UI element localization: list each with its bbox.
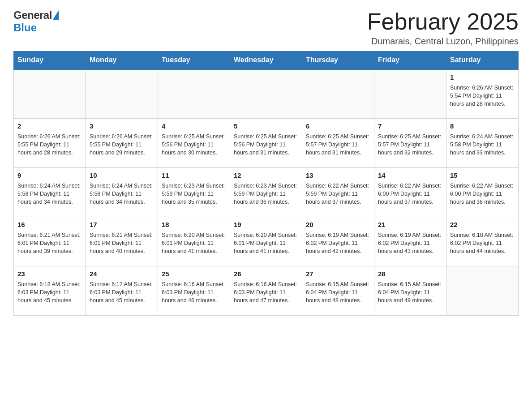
calendar-week-5: 23Sunrise: 6:18 AM Sunset: 6:03 PM Dayli…	[14, 266, 519, 316]
day-number: 25	[162, 269, 226, 279]
logo: General Blue	[13, 9, 59, 34]
calendar-cell: 6Sunrise: 6:25 AM Sunset: 5:57 PM Daylig…	[302, 119, 374, 168]
day-number: 10	[90, 171, 154, 180]
calendar-cell: 13Sunrise: 6:22 AM Sunset: 5:59 PM Dayli…	[302, 168, 374, 217]
logo-triangle-icon	[53, 10, 59, 20]
calendar-title: February 2025	[367, 9, 519, 34]
calendar-cell: 14Sunrise: 6:22 AM Sunset: 6:00 PM Dayli…	[374, 168, 446, 217]
day-info: Sunrise: 6:18 AM Sunset: 6:03 PM Dayligh…	[17, 280, 82, 304]
calendar-cell: 9Sunrise: 6:24 AM Sunset: 5:58 PM Daylig…	[14, 168, 86, 217]
calendar-cell: 17Sunrise: 6:21 AM Sunset: 6:01 PM Dayli…	[86, 217, 158, 266]
header-cell-monday: Monday	[86, 51, 158, 69]
day-info: Sunrise: 6:26 AM Sunset: 5:55 PM Dayligh…	[17, 133, 82, 157]
calendar-cell: 19Sunrise: 6:20 AM Sunset: 6:01 PM Dayli…	[230, 217, 302, 266]
calendar-cell: 20Sunrise: 6:19 AM Sunset: 6:02 PM Dayli…	[302, 217, 374, 266]
day-number: 8	[450, 121, 515, 131]
calendar-cell: 1Sunrise: 6:26 AM Sunset: 5:54 PM Daylig…	[446, 69, 519, 119]
calendar-cell: 10Sunrise: 6:24 AM Sunset: 5:58 PM Dayli…	[86, 168, 158, 217]
day-info: Sunrise: 6:22 AM Sunset: 6:00 PM Dayligh…	[450, 182, 515, 206]
day-number: 16	[17, 220, 82, 230]
calendar-cell: 23Sunrise: 6:18 AM Sunset: 6:03 PM Dayli…	[14, 266, 86, 316]
day-info: Sunrise: 6:24 AM Sunset: 5:58 PM Dayligh…	[17, 182, 82, 206]
day-number: 22	[450, 220, 515, 230]
calendar-week-1: 1Sunrise: 6:26 AM Sunset: 5:54 PM Daylig…	[14, 69, 519, 119]
calendar-week-2: 2Sunrise: 6:26 AM Sunset: 5:55 PM Daylig…	[14, 119, 519, 168]
calendar-cell: 26Sunrise: 6:16 AM Sunset: 6:03 PM Dayli…	[230, 266, 302, 316]
calendar-cell: 25Sunrise: 6:16 AM Sunset: 6:03 PM Dayli…	[158, 266, 230, 316]
header-cell-sunday: Sunday	[14, 51, 86, 69]
page-header: General Blue February 2025 Dumarais, Cen…	[13, 9, 519, 47]
calendar-cell: 15Sunrise: 6:22 AM Sunset: 6:00 PM Dayli…	[446, 168, 519, 217]
day-info: Sunrise: 6:25 AM Sunset: 5:56 PM Dayligh…	[162, 133, 226, 157]
day-number: 12	[234, 171, 298, 180]
day-number: 9	[17, 171, 82, 180]
day-info: Sunrise: 6:16 AM Sunset: 6:03 PM Dayligh…	[234, 280, 298, 304]
day-number: 15	[450, 171, 515, 180]
day-number: 23	[17, 269, 82, 279]
day-info: Sunrise: 6:21 AM Sunset: 6:01 PM Dayligh…	[17, 231, 82, 255]
day-info: Sunrise: 6:15 AM Sunset: 6:04 PM Dayligh…	[306, 280, 370, 304]
day-info: Sunrise: 6:21 AM Sunset: 6:01 PM Dayligh…	[90, 231, 154, 255]
header-row: SundayMondayTuesdayWednesdayThursdayFrid…	[14, 51, 519, 69]
calendar-subtitle: Dumarais, Central Luzon, Philippines	[367, 36, 519, 47]
logo-general-text: General	[13, 9, 52, 21]
calendar-cell: 21Sunrise: 6:19 AM Sunset: 6:02 PM Dayli…	[374, 217, 446, 266]
header-cell-saturday: Saturday	[446, 51, 519, 69]
day-info: Sunrise: 6:20 AM Sunset: 6:01 PM Dayligh…	[234, 231, 298, 255]
calendar-week-3: 9Sunrise: 6:24 AM Sunset: 5:58 PM Daylig…	[14, 168, 519, 217]
day-info: Sunrise: 6:19 AM Sunset: 6:02 PM Dayligh…	[378, 231, 442, 255]
calendar-cell: 4Sunrise: 6:25 AM Sunset: 5:56 PM Daylig…	[158, 119, 230, 168]
day-info: Sunrise: 6:22 AM Sunset: 6:00 PM Dayligh…	[378, 182, 442, 206]
calendar-cell: 24Sunrise: 6:17 AM Sunset: 6:03 PM Dayli…	[86, 266, 158, 316]
day-number: 6	[306, 121, 370, 131]
calendar-cell	[14, 69, 86, 119]
day-info: Sunrise: 6:23 AM Sunset: 5:59 PM Dayligh…	[234, 182, 298, 206]
day-info: Sunrise: 6:24 AM Sunset: 5:58 PM Dayligh…	[90, 182, 154, 206]
calendar-cell: 28Sunrise: 6:15 AM Sunset: 6:04 PM Dayli…	[374, 266, 446, 316]
day-info: Sunrise: 6:16 AM Sunset: 6:03 PM Dayligh…	[162, 280, 226, 304]
calendar-cell: 16Sunrise: 6:21 AM Sunset: 6:01 PM Dayli…	[14, 217, 86, 266]
day-info: Sunrise: 6:19 AM Sunset: 6:02 PM Dayligh…	[306, 231, 370, 255]
day-info: Sunrise: 6:20 AM Sunset: 6:01 PM Dayligh…	[162, 231, 226, 255]
calendar-cell: 5Sunrise: 6:25 AM Sunset: 5:56 PM Daylig…	[230, 119, 302, 168]
calendar-cell: 11Sunrise: 6:23 AM Sunset: 5:59 PM Dayli…	[158, 168, 230, 217]
calendar-cell: 27Sunrise: 6:15 AM Sunset: 6:04 PM Dayli…	[302, 266, 374, 316]
day-number: 2	[17, 121, 82, 131]
day-info: Sunrise: 6:24 AM Sunset: 5:58 PM Dayligh…	[450, 133, 515, 157]
header-cell-thursday: Thursday	[302, 51, 374, 69]
day-number: 26	[234, 269, 298, 279]
day-info: Sunrise: 6:25 AM Sunset: 5:56 PM Dayligh…	[234, 133, 298, 157]
calendar-cell	[86, 69, 158, 119]
calendar-cell: 3Sunrise: 6:26 AM Sunset: 5:55 PM Daylig…	[86, 119, 158, 168]
logo-blue-text: Blue	[13, 21, 37, 34]
calendar-cell: 12Sunrise: 6:23 AM Sunset: 5:59 PM Dayli…	[230, 168, 302, 217]
day-number: 17	[90, 220, 154, 230]
calendar-cell	[302, 69, 374, 119]
day-number: 18	[162, 220, 226, 230]
calendar-cell: 2Sunrise: 6:26 AM Sunset: 5:55 PM Daylig…	[14, 119, 86, 168]
day-number: 4	[162, 121, 226, 131]
day-info: Sunrise: 6:22 AM Sunset: 5:59 PM Dayligh…	[306, 182, 370, 206]
day-number: 5	[234, 121, 298, 131]
calendar-cell: 7Sunrise: 6:25 AM Sunset: 5:57 PM Daylig…	[374, 119, 446, 168]
calendar-cell	[374, 69, 446, 119]
calendar-week-4: 16Sunrise: 6:21 AM Sunset: 6:01 PM Dayli…	[14, 217, 519, 266]
day-number: 7	[378, 121, 442, 131]
day-number: 27	[306, 269, 370, 279]
calendar-cell	[158, 69, 230, 119]
day-info: Sunrise: 6:17 AM Sunset: 6:03 PM Dayligh…	[90, 280, 154, 304]
day-info: Sunrise: 6:25 AM Sunset: 5:57 PM Dayligh…	[378, 133, 442, 157]
day-number: 11	[162, 171, 226, 180]
calendar-cell: 18Sunrise: 6:20 AM Sunset: 6:01 PM Dayli…	[158, 217, 230, 266]
day-number: 21	[378, 220, 442, 230]
day-number: 20	[306, 220, 370, 230]
day-info: Sunrise: 6:15 AM Sunset: 6:04 PM Dayligh…	[378, 280, 442, 304]
day-info: Sunrise: 6:23 AM Sunset: 5:59 PM Dayligh…	[162, 182, 226, 206]
day-info: Sunrise: 6:25 AM Sunset: 5:57 PM Dayligh…	[306, 133, 370, 157]
header-cell-wednesday: Wednesday	[230, 51, 302, 69]
day-info: Sunrise: 6:26 AM Sunset: 5:55 PM Dayligh…	[90, 133, 154, 157]
calendar-cell: 22Sunrise: 6:18 AM Sunset: 6:02 PM Dayli…	[446, 217, 519, 266]
day-number: 14	[378, 171, 442, 180]
day-number: 3	[90, 121, 154, 131]
calendar-cell: 8Sunrise: 6:24 AM Sunset: 5:58 PM Daylig…	[446, 119, 519, 168]
